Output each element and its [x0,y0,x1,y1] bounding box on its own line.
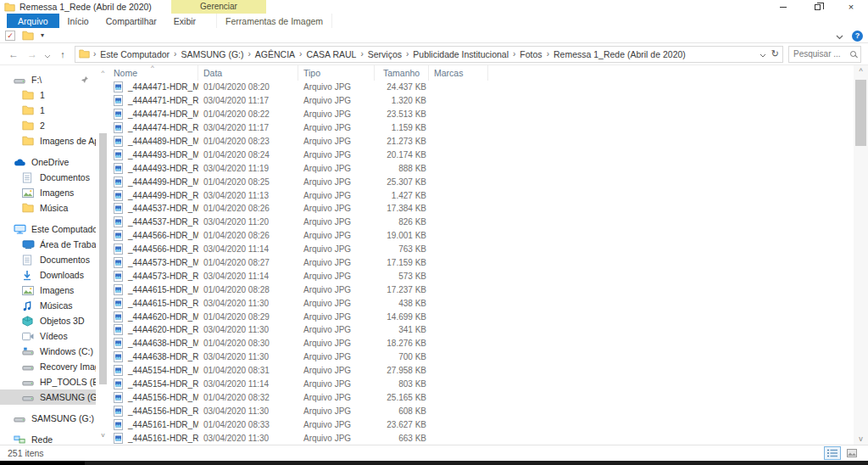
column-header-data[interactable]: Data [198,65,298,81]
sidebar-item-2[interactable]: 2 [0,118,96,133]
sidebar-item-imagens[interactable]: Imagens [0,283,96,298]
sidebar-item-imagens[interactable]: Imagens [0,185,96,200]
file-row[interactable]: _44A4638-HDR_RS03/04/2020 11:30Arquivo J… [110,350,854,364]
tab-ferramentas-de-imagem[interactable]: Ferramentas de Imagem [216,14,332,28]
file-row[interactable]: _44A4573-HDR_MI01/04/2020 08:27Arquivo J… [110,256,854,270]
customize-toolbar-icon[interactable]: ▾ [41,31,44,39]
file-row[interactable]: _44A4615-HDR_MI01/04/2020 08:28Arquivo J… [110,283,854,296]
breadcrumb-item[interactable]: Este Computador [97,49,172,59]
sidebar-item-f[interactable]: F:\ [0,72,96,87]
sidebar-item-imagens-de-apo[interactable]: Imagens de Apo [0,133,96,148]
file-row[interactable]: _44A5156-HDR_RS03/04/2020 11:30Arquivo J… [110,404,854,417]
thumbnails-view-button[interactable] [843,446,860,460]
sidebar-scrollbar[interactable]: ^ v [98,69,108,440]
file-row[interactable]: _44A4566-HDR_RS03/04/2020 11:14Arquivo J… [110,243,854,256]
forward-button[interactable]: → [25,48,39,60]
back-button[interactable]: ← [7,48,20,60]
details-view-button[interactable] [824,446,841,460]
file-row[interactable]: _44A5154-HDR_RS03/04/2020 11:14Arquivo J… [110,378,854,391]
file-row[interactable]: _44A4471-HDR_MI01/04/2020 08:20Arquivo J… [110,81,854,94]
tab-arquivo[interactable]: Arquivo [7,14,59,28]
sidebar-item-hp-tools-e[interactable]: HP_TOOLS (E:) [0,374,96,389]
breadcrumb[interactable]: ›Este Computador›SAMSUNG (G:)›AGÊNCIA›CA… [75,46,783,63]
help-icon[interactable]: ? [852,31,863,42]
file-row[interactable]: _44A4615-HDR_RS03/04/2020 11:30Arquivo J… [110,296,854,310]
address-dropdown-icon[interactable] [760,49,766,59]
sidebar-item-documentos[interactable]: Documentos [0,170,96,185]
scroll-up-icon[interactable]: ^ [98,69,108,77]
tab-compartilhar[interactable]: Compartilhar [97,14,165,28]
breadcrumb-item[interactable]: SAMSUNG (G:) [178,49,246,59]
file-row[interactable]: _44A4474-HDR_MI01/04/2020 08:22Arquivo J… [110,108,854,121]
file-row[interactable]: _44A4537-HDR_MI01/04/2020 08:26Arquivo J… [110,202,854,216]
column-header-nome[interactable]: Nome ^ [110,65,198,81]
sidebar-item-samsung-g[interactable]: SAMSUNG (G:) [0,411,96,426]
sidebar-item-rede[interactable]: Rede [0,432,96,445]
file-row[interactable]: _44A4499-HDR_MI01/04/2020 08:25Arquivo J… [110,175,854,188]
sidebar-item-recovery-image[interactable]: Recovery Image [0,359,96,374]
sidebar-item-musica[interactable]: Música [0,200,96,216]
file-type: Arquivo JPG [298,191,375,200]
sidebar-item-1[interactable]: 1 [0,87,96,103]
up-button[interactable]: ↑ [56,49,70,59]
file-row[interactable]: _44A4489-HDR_MI01/04/2020 08:23Arquivo J… [110,135,854,148]
sidebar-item-videos[interactable]: Vídeos [0,328,96,344]
search-input[interactable] [793,49,848,59]
sidebar-item-documentos[interactable]: Documentos [0,252,96,267]
search-icon[interactable] [850,51,856,57]
file-row[interactable]: _44A4620-HDR_RS03/04/2020 11:30Arquivo J… [110,323,854,337]
sidebar-item-1[interactable]: 1 [0,103,96,118]
breadcrumb-item[interactable]: AGÊNCIA [253,49,298,59]
scroll-up-icon[interactable]: ^ [854,65,868,77]
scrollbar-thumb[interactable] [855,80,866,146]
scroll-down-icon[interactable]: v [854,433,868,445]
refresh-icon[interactable]: ↻ [771,48,779,59]
file-row[interactable]: _44A4471-HDR_RS03/04/2020 11:17Arquivo J… [110,94,854,108]
sidebar-item-windows-c[interactable]: Windows (C:) [0,344,96,359]
file-row[interactable]: _44A4493-HDR_RS03/04/2020 11:19Arquivo J… [110,161,854,175]
file-row[interactable]: _44A4493-HDR_MI01/04/2020 08:24Arquivo J… [110,148,854,161]
column-header-tamanho[interactable]: Tamanho [375,65,429,81]
close-button[interactable]: × [834,0,868,14]
sidebar-item-este-computador[interactable]: Este Computador [0,221,96,237]
sidebar-item-area-de-trabalho[interactable]: Área de Trabalho [0,237,96,252]
restore-button[interactable] [800,0,834,14]
column-header-marcas[interactable]: Marcas [429,65,488,81]
new-folder-icon[interactable] [22,31,34,41]
scrollbar-thumb[interactable] [99,133,107,384]
properties-icon[interactable]: ✓ [5,31,15,41]
sidebar-item-musicas[interactable]: Músicas [0,298,96,313]
file-row[interactable]: _44A5156-HDR_MI01/04/2020 08:32Arquivo J… [110,390,854,404]
file-list-scrollbar[interactable]: ^ v [854,65,868,445]
breadcrumb-item[interactable]: CASA RAUL [303,49,359,59]
sidebar-item-samsung-g[interactable]: SAMSUNG (G:) [0,389,96,405]
breadcrumb-item[interactable]: Remessa 1_Rede (Abril de 2020) [551,49,688,59]
tab-inicio[interactable]: Início [59,14,97,28]
sidebar-item-objetos-3d[interactable]: Objetos 3D [0,313,96,328]
file-row[interactable]: _44A4474-HDR_RS03/04/2020 11:17Arquivo J… [110,121,854,135]
sidebar-item-onedrive[interactable]: OneDrive [0,154,96,170]
file-row[interactable]: _44A4620-HDR_MI01/04/2020 08:29Arquivo J… [110,310,854,323]
breadcrumb-item[interactable]: Fotos [517,49,544,59]
tab-exibir[interactable]: Exibir [165,14,204,28]
minimize-button[interactable] [766,0,800,14]
file-row[interactable]: _44A4537-HDR_RS03/04/2020 11:20Arquivo J… [110,216,854,229]
scroll-down-icon[interactable]: v [98,431,108,440]
column-header-tipo[interactable]: Tipo [298,65,375,81]
recent-locations-icon[interactable] [44,47,51,62]
file-row[interactable]: _44A4573-HDR_RS03/04/2020 11:14Arquivo J… [110,269,854,283]
file-row[interactable]: _44A5161-HDR_MI01/04/2020 08:33Arquivo J… [110,417,854,431]
file-name: _44A4615-HDR_MI [128,285,198,294]
sidebar-item-label: Imagens [40,285,74,295]
sidebar-item-downloads[interactable]: Downloads [0,267,96,283]
file-row[interactable]: _44A4566-HDR_MI01/04/2020 08:26Arquivo J… [110,229,854,243]
file-row[interactable]: _44A4638-HDR_MI01/04/2020 08:30Arquivo J… [110,337,854,350]
window-controls: × [766,0,868,14]
breadcrumb-item[interactable]: Serviços [365,49,404,59]
contextual-tab-header[interactable]: Gerenciar [171,0,266,14]
breadcrumb-item[interactable]: Publicidade Institucional [410,49,511,59]
file-row[interactable]: _44A5154-HDR_MI01/04/2020 08:31Arquivo J… [110,364,854,378]
file-row[interactable]: _44A5161-HDR_RS03/04/2020 11:30Arquivo J… [110,431,854,445]
expand-ribbon-icon[interactable] [836,28,843,43]
file-row[interactable]: _44A4499-HDR_RS03/04/2020 11:13Arquivo J… [110,188,854,202]
